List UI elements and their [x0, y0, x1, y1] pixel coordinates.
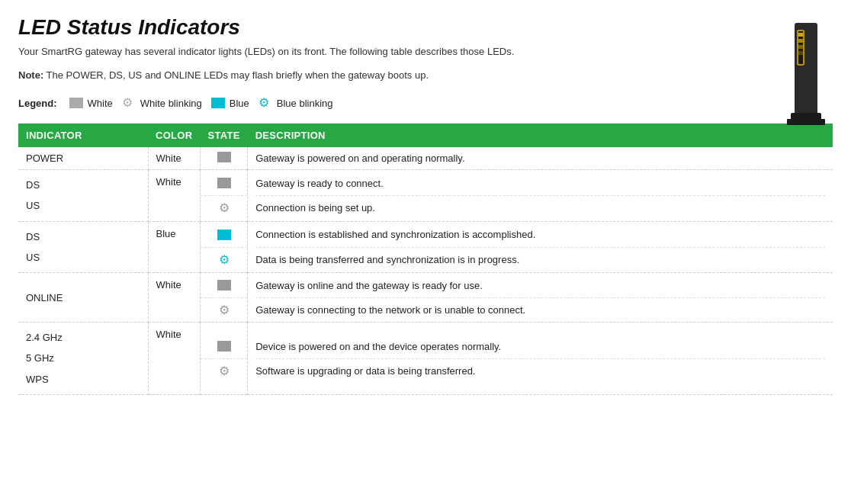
col-state: STATE: [200, 124, 247, 147]
state-cell: ⚙: [200, 170, 247, 222]
indicator-name: POWER: [26, 152, 63, 164]
indicator-cell: DSUS: [18, 170, 148, 222]
state-row: [201, 334, 247, 358]
svg-rect-4: [798, 45, 803, 49]
state-cell: [200, 147, 247, 170]
color-cell: White: [148, 273, 200, 323]
state-row: ⚙: [201, 195, 247, 220]
white-blink-icon: ⚙: [122, 96, 136, 110]
desc-row: Connection is established and synchroniz…: [255, 223, 825, 247]
desc-row: Gateway is connecting to the network or …: [255, 297, 825, 322]
legend-white-blinking-label: White blinking: [140, 98, 202, 109]
table-row: 2.4 GHz5 GHzWPS White ⚙ Device is powere…: [18, 323, 833, 395]
state-row: [201, 273, 247, 297]
white-solid-icon: [69, 98, 83, 108]
legend-blue-blinking-label: Blue blinking: [277, 98, 333, 109]
indicator-cell: DSUS: [18, 221, 148, 273]
indicator-cell: 2.4 GHz5 GHzWPS: [18, 323, 148, 395]
indicator-name: DSUS: [26, 226, 140, 268]
state-row: [201, 171, 247, 195]
desc-cell: Gateway is ready to connect. Connection …: [248, 170, 833, 222]
desc-cell: Connection is established and synchroniz…: [248, 221, 833, 273]
col-color: COLOR: [148, 124, 200, 147]
indicator-cell: POWER: [18, 147, 148, 170]
table-row: POWER White Gateway is powered on and op…: [18, 147, 833, 170]
intro-text: Your SmartRG gateway has several indicat…: [18, 46, 552, 57]
gear-gray-state-icon: ⚙: [219, 364, 230, 378]
desc-cell: Device is powered on and the device oper…: [248, 323, 833, 395]
indicator-cell: ONLINE: [18, 273, 148, 323]
state-row: [201, 223, 247, 247]
col-description: DESCRIPTION: [248, 124, 833, 147]
desc-cell: Gateway is online and the gateway is rea…: [248, 273, 833, 323]
solid-white-state-icon: [217, 152, 231, 162]
solid-white-state-icon: [217, 341, 231, 352]
table-header-row: INDICATOR COLOR STATE DESCRIPTION: [18, 124, 833, 147]
legend-blue-label: Blue: [230, 98, 249, 109]
gear-blue-state-icon: ⚙: [219, 252, 230, 267]
desc-row: Data is being transferred and synchroniz…: [255, 247, 825, 271]
state-row: ⚙: [201, 358, 247, 383]
table-row: DSUS Blue ⚙ Connection is established an…: [18, 221, 833, 273]
note-label: Note:: [18, 69, 43, 81]
led-table: INDICATOR COLOR STATE DESCRIPTION POWER …: [18, 124, 833, 395]
gear-gray-state-icon: ⚙: [219, 303, 230, 317]
multi-state: ⚙: [201, 171, 247, 220]
state-row: ⚙: [201, 297, 247, 322]
legend-item-blue: Blue: [211, 98, 249, 109]
blue-solid-icon: [211, 98, 225, 108]
page-wrapper: LED Status Indicators Your SmartRG gatew…: [18, 15, 833, 395]
desc-row: Connection is being set up.: [255, 195, 825, 220]
svg-rect-5: [798, 51, 803, 55]
desc-row: Gateway is online and the gateway is rea…: [255, 273, 825, 297]
multi-state: ⚙: [201, 273, 247, 322]
desc-row: Device is powered on and the device oper…: [255, 334, 825, 358]
state-cell: ⚙: [200, 323, 247, 395]
color-cell: White: [148, 323, 200, 395]
color-cell: Blue: [148, 221, 200, 273]
legend-item-white-blinking: ⚙ White blinking: [122, 96, 202, 110]
indicator-name: ONLINE: [26, 292, 63, 303]
desc-row: Gateway is ready to connect.: [255, 171, 825, 195]
color-cell: White: [148, 147, 200, 170]
desc-row: Software is upgrading or data is being t…: [255, 358, 825, 383]
blue-blink-icon: ⚙: [259, 96, 272, 110]
state-cell: ⚙: [200, 273, 247, 323]
solid-white-state-icon: [217, 178, 231, 188]
col-indicator: INDICATOR: [18, 124, 148, 147]
table-row: DSUS White ⚙ Gateway is ready to connect…: [18, 170, 833, 222]
indicator-name: 2.4 GHz5 GHzWPS: [26, 327, 140, 390]
solid-white-state-icon: [217, 280, 231, 291]
color-cell: White: [148, 170, 200, 222]
svg-rect-2: [798, 33, 803, 37]
page-title: LED Status Indicators: [18, 15, 833, 40]
legend-item-blue-blinking: ⚙ Blue blinking: [259, 96, 333, 110]
indicator-name: DSUS: [26, 175, 140, 217]
desc-cell: Gateway is powered on and operating norm…: [248, 147, 833, 170]
multi-state: ⚙: [201, 334, 247, 383]
legend: Legend: White ⚙ White blinking Blue ⚙ Bl…: [18, 96, 833, 110]
state-cell: ⚙: [200, 221, 247, 273]
legend-white-label: White: [88, 98, 113, 109]
multi-state: ⚙: [201, 223, 247, 271]
gear-gray-state-icon: ⚙: [219, 201, 230, 215]
note-body: The POWER, DS, US and ONLINE LEDs may fl…: [43, 69, 429, 81]
note-paragraph: Note: The POWER, DS, US and ONLINE LEDs …: [18, 69, 833, 81]
solid-blue-state-icon: [217, 230, 231, 240]
legend-item-white: White: [69, 98, 113, 109]
svg-rect-3: [798, 39, 803, 43]
state-row: ⚙: [201, 247, 247, 271]
router-illustration: [779, 15, 833, 140]
svg-rect-7: [787, 119, 825, 125]
legend-label: Legend:: [18, 98, 57, 109]
table-row: ONLINE White ⚙ Gateway is online and the…: [18, 273, 833, 323]
